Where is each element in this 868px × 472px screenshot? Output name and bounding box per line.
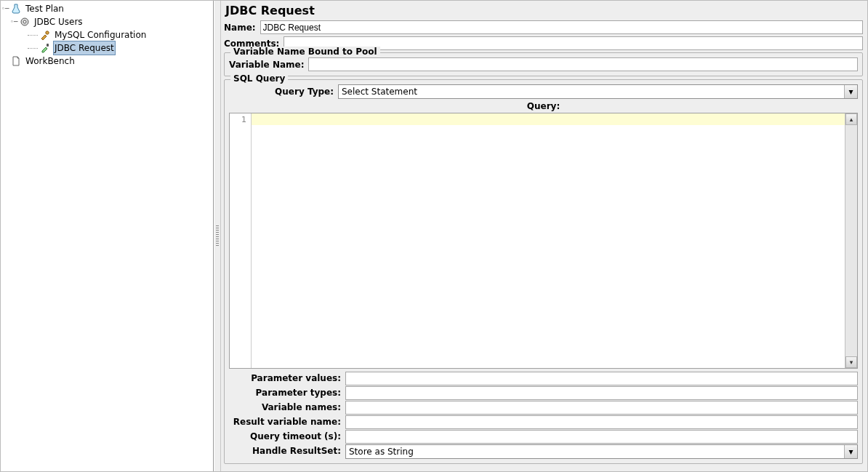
handle-resultset-select[interactable]: Store as String ▾ [345,444,858,459]
query-type-value: Select Statement [339,85,844,98]
wrench-icon [39,29,51,41]
active-line-highlight [252,113,845,125]
tree-item-jdbc-users[interactable]: ◦─ JDBC Users [1,15,212,28]
collapse-icon[interactable]: ◦─ [1,5,9,12]
parameter-values-input[interactable] [345,372,858,385]
tree-label: JDBC Request [53,41,116,55]
result-variable-name-label: Result variable name: [229,415,342,429]
gear-icon [19,16,31,28]
tree-label: JDBC Users [33,15,84,28]
code-body[interactable] [252,113,845,368]
line-number: 1 [230,115,246,124]
tree-connector [28,35,38,36]
chevron-down-icon[interactable]: ▾ [844,85,857,98]
query-type-label: Query Type: [229,87,338,97]
query-timeout-label: Query timeout (s): [229,430,342,444]
variable-names-label: Variable names: [229,401,342,415]
document-icon [10,55,22,67]
svg-point-1 [23,20,26,23]
line-gutter: 1 [230,113,252,368]
variable-names-input[interactable] [345,401,858,415]
query-label: Query: [229,99,858,113]
name-row: Name: [224,20,863,34]
scroll-down-icon[interactable]: ▾ [845,356,857,368]
svg-rect-3 [47,44,49,47]
splitter-grip-icon [216,225,219,247]
variable-name-label: Variable Name: [229,60,308,70]
svg-point-2 [46,31,49,34]
flask-icon [10,3,22,15]
pool-fieldset: Variable Name Bound to Pool Variable Nam… [224,52,863,76]
parameter-values-label: Parameter values: [229,372,342,385]
name-input[interactable] [260,20,863,34]
tree-item-workbench[interactable]: WorkBench [1,55,212,68]
sql-legend: SQL Query [230,73,288,84]
app-root: ◦─ Test Plan ◦─ [1,1,867,471]
pipette-icon [39,42,51,54]
parameter-types-label: Parameter types: [229,386,342,400]
query-editor[interactable]: 1 ▴ ▾ [229,113,858,369]
right-panel: JDBC Request Name: Comments: Variable Na… [221,1,867,471]
panel-title: JDBC Request [224,1,863,20]
chevron-down-icon[interactable]: ▾ [844,445,857,458]
query-timeout-input[interactable] [345,430,858,444]
result-variable-name-input[interactable] [345,415,858,429]
handle-resultset-value: Store as String [346,445,844,458]
tree-label: MySQL Configuration [53,28,148,41]
parameter-types-input[interactable] [345,386,858,400]
sql-fieldset: SQL Query Query Type: Select Statement ▾… [224,79,863,464]
tree-label: Test Plan [24,2,65,15]
scroll-up-icon[interactable]: ▴ [845,113,857,125]
handle-resultset-label: Handle ResultSet: [229,444,342,459]
tree-item-mysql-config[interactable]: MySQL Configuration [1,28,212,41]
collapse-icon[interactable]: ◦─ [10,18,17,25]
query-type-select[interactable]: Select Statement ▾ [338,84,858,99]
tree-panel: ◦─ Test Plan ◦─ [1,1,214,471]
name-label: Name: [224,23,260,33]
vertical-scrollbar[interactable]: ▴ ▾ [845,113,857,368]
tree-label: WorkBench [24,55,76,68]
tree-item-jdbc-request[interactable]: JDBC Request [1,41,212,55]
pool-legend: Variable Name Bound to Pool [230,47,380,57]
tree-item-test-plan[interactable]: ◦─ Test Plan [1,2,212,15]
tree: ◦─ Test Plan ◦─ [1,2,212,68]
parameters-grid: Parameter values: Parameter types: Varia… [229,372,858,459]
tree-connector [28,48,38,49]
splitter[interactable] [214,1,221,471]
variable-name-input[interactable] [308,57,858,71]
